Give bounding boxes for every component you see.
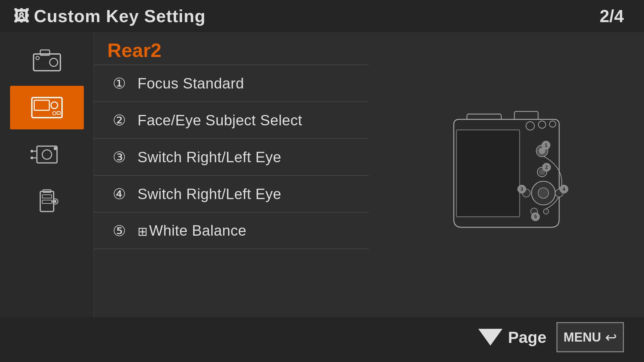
sidebar-item-camera-rear[interactable]	[10, 86, 84, 129]
svg-point-48	[543, 209, 549, 214]
header-title-group: 🖼 Custom Key Setting	[13, 6, 206, 26]
menu-label: MENU	[564, 330, 601, 345]
menu-item-1-number: ①	[107, 75, 131, 92]
sidebar	[0, 32, 94, 317]
svg-rect-18	[42, 195, 52, 198]
menu-item-3-text: Switch Right/Left Eye	[138, 149, 281, 166]
right-panel: Rear2 ① Focus Standard ② Face/Eye Subjec…	[94, 32, 644, 317]
sidebar-item-camera-side[interactable]	[10, 180, 84, 223]
wb-icon: ⊞	[138, 225, 148, 238]
menu-item-4[interactable]: ④ Switch Right/Left Eye	[94, 175, 369, 212]
sidebar-item-camera-top[interactable]	[10, 39, 84, 82]
menu-item-5-number: ⑤	[107, 222, 131, 239]
menu-item-5-text: ⊞White Balance	[138, 222, 247, 239]
footer: Page MENU ↩	[0, 317, 644, 357]
menu-item-4-text: Switch Right/Left Eye	[138, 186, 281, 202]
page-triangle-icon	[478, 329, 502, 346]
menu-item-2-number: ②	[107, 112, 131, 129]
svg-text:4: 4	[562, 186, 565, 192]
page-label: Page	[508, 328, 546, 347]
svg-rect-24	[457, 130, 520, 217]
screen: 🖼 Custom Key Setting 2/4	[0, 0, 644, 362]
header-title: Custom Key Setting	[34, 6, 206, 26]
section-label: Rear2	[94, 32, 369, 65]
svg-text:1: 1	[545, 142, 547, 148]
menu-item-1[interactable]: ① Focus Standard	[94, 65, 369, 102]
svg-point-2	[50, 58, 58, 66]
svg-point-3	[36, 56, 39, 60]
svg-text:5: 5	[534, 214, 537, 219]
svg-point-11	[54, 147, 57, 150]
menu-item-1-text: Focus Standard	[138, 75, 244, 92]
menu-item-4-number: ④	[107, 185, 131, 202]
menu-item-2-text: Face/Eye Subject Select	[138, 112, 302, 129]
header-icon: 🖼	[13, 7, 29, 25]
camera-diagram: 1 2 3	[433, 94, 580, 255]
header: 🖼 Custom Key Setting 2/4	[0, 0, 644, 32]
menu-item-3[interactable]: ③ Switch Right/Left Eye	[94, 138, 369, 175]
svg-point-6	[51, 102, 58, 109]
svg-text:2: 2	[545, 165, 548, 170]
svg-point-13	[31, 150, 33, 153]
menu-item-2[interactable]: ② Face/Eye Subject Select	[94, 102, 369, 138]
header-page: 2/4	[600, 6, 624, 26]
menu-item-3-number: ③	[107, 148, 131, 166]
page-button[interactable]: Page	[478, 328, 546, 347]
main-content: Rear2 ① Focus Standard ② Face/Eye Subjec…	[0, 32, 644, 317]
back-arrow-icon: ↩	[605, 329, 617, 346]
svg-point-10	[42, 150, 52, 159]
menu-panel: Rear2 ① Focus Standard ② Face/Eye Subjec…	[94, 32, 369, 317]
svg-text:3: 3	[521, 186, 523, 192]
svg-rect-21	[54, 200, 56, 203]
menu-back-button[interactable]: MENU ↩	[556, 322, 624, 352]
menu-item-5[interactable]: ⑤ ⊞White Balance	[94, 212, 369, 249]
sidebar-item-camera-mode[interactable]	[10, 133, 84, 176]
svg-rect-19	[42, 200, 52, 203]
camera-diagram-panel: 1 2 3	[369, 32, 644, 317]
svg-point-38	[538, 188, 548, 198]
svg-point-7	[53, 112, 56, 115]
svg-rect-5	[34, 100, 49, 110]
svg-rect-8	[57, 112, 60, 114]
